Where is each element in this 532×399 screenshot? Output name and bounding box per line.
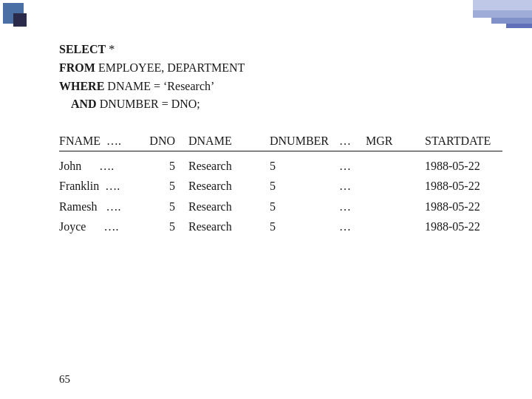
cell-fname-ramesh: Ramesh …. — [59, 197, 148, 216]
cell-dname-franklin: Research — [188, 176, 270, 196]
cell-fname-john: John …. — [59, 156, 148, 176]
header-dname: DNAME — [188, 134, 270, 148]
sql-line3-rest: DNAME = ‘Research’ — [104, 80, 214, 92]
header-mgr: MGR — [366, 134, 425, 148]
sql-line-3: WHERE DNAME = ‘Research’ — [59, 78, 502, 96]
cell-dno-john: 5 — [148, 156, 188, 176]
table-row: Ramesh …. 5 Research 5 … 1988-05-22 — [59, 197, 502, 216]
sql-line-2: FROM EMPLOYEE, DEPARTMENT — [59, 59, 502, 78]
page-number: 65 — [59, 373, 70, 386]
corner-decoration-right — [473, 0, 532, 37]
header-fname: FNAME …. — [59, 134, 148, 148]
cell-fname-joyce: Joyce …. — [59, 216, 148, 236]
sql-from-keyword: FROM — [59, 61, 95, 74]
table-row: Franklin …. 5 Research 5 … 1988-05-22 — [59, 176, 502, 196]
cell-ellipsis-john: … — [336, 156, 366, 176]
cell-dnumber-ramesh: 5 — [270, 197, 336, 216]
sql-line4-rest: DNUMBER = DNO; — [97, 98, 200, 110]
header-dno: DNO — [148, 134, 188, 148]
cell-startdate-ramesh: 1988-05-22 — [425, 197, 499, 216]
sql-select-keyword: SELECT — [59, 43, 106, 55]
cell-fname-franklin: Franklin …. — [59, 176, 148, 196]
table-row: John …. 5 Research 5 … 1988-05-22 — [59, 156, 502, 176]
cell-startdate-john: 1988-05-22 — [425, 156, 499, 176]
sql-line-1: SELECT * — [59, 41, 502, 59]
main-content: SELECT * FROM EMPLOYEE, DEPARTMENT WHERE… — [59, 41, 502, 236]
cell-dname-joyce: Research — [188, 216, 270, 236]
sql-and-keyword: AND — [71, 98, 97, 110]
cell-dname-ramesh: Research — [188, 197, 270, 216]
corner-decoration-left — [0, 0, 44, 37]
cell-dnumber-franklin: 5 — [270, 176, 336, 196]
cell-ellipsis-franklin: … — [336, 176, 366, 196]
header-ellipsis: … — [336, 134, 366, 148]
cell-dno-joyce: 5 — [148, 216, 188, 236]
cell-startdate-joyce: 1988-05-22 — [425, 216, 499, 236]
table-header: FNAME …. DNO DNAME DNUMBER … MGR STARTDA… — [59, 134, 502, 151]
cell-dnumber-john: 5 — [270, 156, 336, 176]
table-row: Joyce …. 5 Research 5 … 1988-05-22 — [59, 216, 502, 236]
result-table: FNAME …. DNO DNAME DNUMBER … MGR STARTDA… — [59, 134, 502, 236]
cell-dno-ramesh: 5 — [148, 197, 188, 216]
cell-ellipsis-ramesh: … — [336, 197, 366, 216]
sql-line1-rest: * — [106, 43, 115, 55]
header-dnumber: DNUMBER — [270, 134, 336, 148]
sql-line-4: AND DNUMBER = DNO; — [59, 95, 502, 114]
table-body: John …. 5 Research 5 … 1988-05-22 Frankl… — [59, 156, 502, 236]
sql-where-keyword: WHERE — [59, 80, 104, 92]
cell-startdate-franklin: 1988-05-22 — [425, 176, 499, 196]
cell-ellipsis-joyce: … — [336, 216, 366, 236]
cell-dno-franklin: 5 — [148, 176, 188, 196]
header-startdate: STARTDATE — [425, 134, 499, 148]
sql-line2-rest: EMPLOYEE, DEPARTMENT — [95, 61, 245, 74]
cell-dnumber-joyce: 5 — [270, 216, 336, 236]
cell-dname-john: Research — [188, 156, 270, 176]
sql-query-block: SELECT * FROM EMPLOYEE, DEPARTMENT WHERE… — [59, 41, 502, 114]
